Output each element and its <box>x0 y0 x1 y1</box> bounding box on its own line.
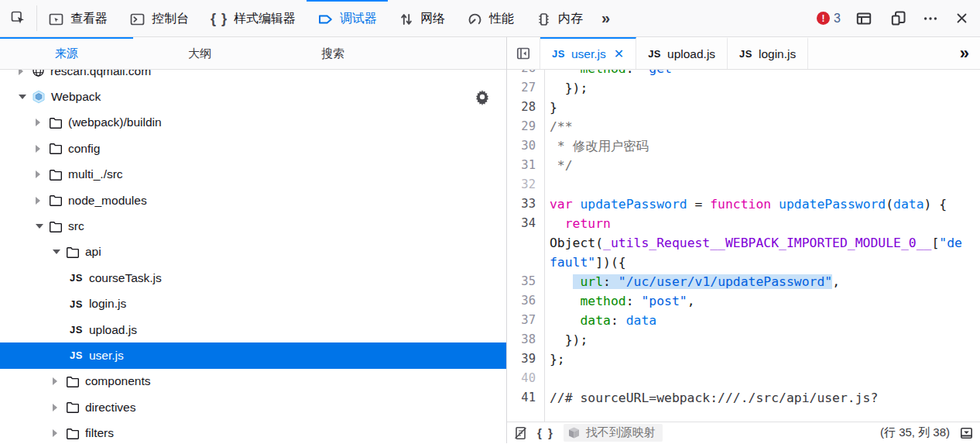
twisty-collapsed-icon[interactable] <box>36 145 46 153</box>
editor-tab-user-js[interactable]: JSuser.js✕ <box>540 37 636 69</box>
twisty-collapsed-icon[interactable] <box>36 119 46 126</box>
twisty-expanded-icon[interactable] <box>36 224 46 229</box>
close-icon <box>954 11 969 26</box>
pretty-print-button[interactable]: { } <box>537 426 554 439</box>
tree-row-filters[interactable]: filters <box>0 420 506 443</box>
error-count-badge[interactable]: ! 3 <box>810 12 847 26</box>
tree-row-src[interactable]: src <box>0 213 506 239</box>
code-line-text[interactable]: } <box>544 98 557 117</box>
tree-row-rescan.qqmail.com[interactable]: rescan.qqmail.com <box>0 70 506 84</box>
code-token: data <box>626 313 656 328</box>
twisty-collapsed-icon[interactable] <box>36 170 46 178</box>
editor-tab-upload-js[interactable]: JSupload.js <box>636 37 728 69</box>
line-number[interactable]: 28 <box>507 98 544 117</box>
toolbar-tab-6[interactable]: 性能 <box>456 0 525 36</box>
line-number[interactable]: 32 <box>507 175 544 194</box>
toolbar-tab-2[interactable]: 控制台 <box>118 0 200 36</box>
line-number[interactable]: 31 <box>507 156 544 175</box>
editor-tabs-overflow-button[interactable]: » <box>949 37 980 69</box>
code-line-text[interactable]: url: "/uc/user/v1/updatePassword", <box>544 272 840 291</box>
expand-panes-button[interactable] <box>959 426 974 440</box>
tree-row-webpack[interactable]: Webpack <box>0 84 506 109</box>
tree-row-multi-.-src[interactable]: multi_./src <box>0 162 506 188</box>
tree-row-api[interactable]: api <box>0 239 506 265</box>
line-number[interactable]: 39 <box>507 349 544 369</box>
code-line-text[interactable]: * 修改用户密码 <box>544 136 649 156</box>
line-number[interactable]: 26 <box>507 70 544 78</box>
code-line-text[interactable]: }; <box>544 349 565 369</box>
tree-row-login.js[interactable]: JSlogin.js <box>0 291 506 317</box>
toolbar-tab-3[interactable]: { }样式编辑器 <box>200 0 307 36</box>
sidebar-tab-1[interactable]: 来源 <box>0 37 133 69</box>
code-line-text[interactable]: data: data <box>544 311 656 330</box>
twisty-expanded-icon[interactable] <box>53 250 63 254</box>
tree-row-coursetask.js[interactable]: JScourseTask.js <box>0 265 506 291</box>
more-menu-button[interactable] <box>916 11 945 26</box>
tree-row-user.js[interactable]: JSuser.js <box>0 342 506 368</box>
sidebar-tab-2[interactable]: 大纲 <box>133 37 266 69</box>
collapse-sidebar-button[interactable] <box>507 37 540 69</box>
tree-row-components[interactable]: components <box>0 369 506 394</box>
code-token: "post" <box>641 294 687 308</box>
code-line-text[interactable]: Object(_utils_Request__WEBPACK_IMPORTED_… <box>544 233 962 253</box>
editor-tab-login-js[interactable]: JSlogin.js <box>728 37 808 69</box>
toolbar-tab-5[interactable]: 网络 <box>388 0 456 36</box>
tree-row-node-modules[interactable]: node_modules <box>0 188 506 213</box>
tree-row-upload.js[interactable]: JSupload.js <box>0 317 506 342</box>
split-console-button[interactable] <box>848 11 879 26</box>
code-line-text[interactable]: */ <box>544 156 573 175</box>
responsive-design-button[interactable] <box>883 10 914 26</box>
code-line-text[interactable]: /** <box>544 117 573 136</box>
line-number[interactable]: 40 <box>507 369 544 388</box>
collapse-sidebar-icon <box>516 46 531 61</box>
tree-row-directives[interactable]: directives <box>0 394 506 420</box>
tree-row-config[interactable]: config <box>0 136 506 161</box>
line-number[interactable]: 36 <box>507 291 544 311</box>
code-line-text[interactable]: method: "post", <box>544 291 695 311</box>
line-number[interactable]: 35 <box>507 272 544 291</box>
js-file-icon: JS <box>70 324 83 336</box>
twisty-collapsed-icon[interactable] <box>53 404 63 411</box>
line-number[interactable]: 41 <box>507 388 544 408</box>
line-number[interactable]: 30 <box>507 136 544 156</box>
twisty-expanded-icon[interactable] <box>19 95 29 99</box>
toolbar-tab-7[interactable]: 内存 <box>525 0 594 36</box>
sidebar-tab-3[interactable]: 搜索 <box>266 37 399 69</box>
code-token: , <box>687 294 695 308</box>
folder-icon <box>49 221 63 232</box>
line-number[interactable]: 37 <box>507 311 544 330</box>
toolbar-tab-4[interactable]: 调试器 <box>307 0 388 36</box>
twisty-collapsed-icon[interactable] <box>36 197 46 205</box>
code-line-text[interactable]: var updatePassword = function updatePass… <box>544 194 947 214</box>
code-line-text[interactable] <box>544 369 550 388</box>
twisty-collapsed-icon[interactable] <box>53 377 63 385</box>
line-number[interactable]: 29 <box>507 117 544 136</box>
code-line-text[interactable]: return <box>544 214 611 233</box>
editor-tab-label: upload.js <box>667 47 715 61</box>
line-number[interactable] <box>507 253 544 272</box>
pick-element-button[interactable] <box>0 0 36 36</box>
line-number[interactable]: 33 <box>507 194 544 214</box>
code-line-text[interactable]: fault"])({ <box>544 253 626 272</box>
code-line-text[interactable]: }); <box>544 330 588 349</box>
line-number[interactable]: 27 <box>507 78 544 98</box>
line-number[interactable] <box>507 233 544 253</box>
line-number[interactable]: 34 <box>507 214 544 233</box>
code-line-text[interactable]: method: "get" <box>544 70 680 78</box>
blackbox-source-button[interactable] <box>513 425 528 441</box>
sources-tree[interactable]: rescan.qqmail.comWebpack(webpack)/buildi… <box>0 70 506 443</box>
toolbar-tab-1[interactable]: 查看器 <box>37 0 118 36</box>
close-tab-icon[interactable]: ✕ <box>614 46 624 61</box>
code-line-text[interactable]: }); <box>544 78 588 98</box>
code-line-text[interactable] <box>544 175 550 194</box>
twisty-collapsed-icon[interactable] <box>53 429 63 437</box>
tree-row-label: rescan.qqmail.com <box>50 70 151 78</box>
close-devtools-button[interactable] <box>947 11 977 26</box>
code-line-text[interactable]: //# sourceURL=webpack:///./src/api/user.… <box>544 388 878 408</box>
toolbar-overflow-button[interactable]: » <box>594 0 618 36</box>
line-number[interactable]: 38 <box>507 330 544 349</box>
twisty-collapsed-icon[interactable] <box>19 70 29 75</box>
tree-row--webpack-buildin[interactable]: (webpack)/buildin <box>0 110 506 136</box>
gear-icon[interactable] <box>474 88 491 105</box>
code-view[interactable]: 26 method: "get"27 });28}29/**30 * 修改用户密… <box>507 70 980 422</box>
